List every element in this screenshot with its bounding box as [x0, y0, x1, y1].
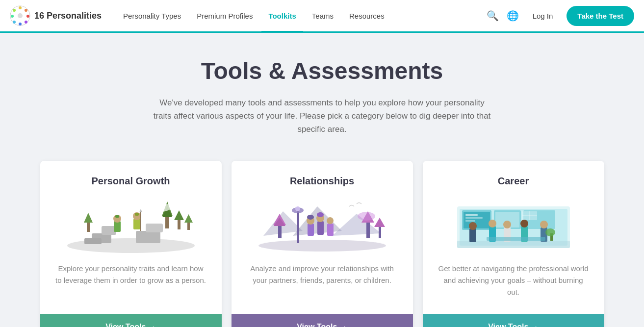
card-personal-growth-title: Personal Growth	[91, 176, 170, 187]
svg-rect-83	[487, 237, 545, 241]
svg-rect-27	[115, 215, 119, 218]
globe-icon[interactable]: 🌐	[507, 10, 519, 22]
page-title: Tools & Assessments	[10, 57, 634, 84]
card-personal-growth: Personal Growth	[40, 161, 222, 327]
svg-rect-30	[135, 213, 139, 216]
cards-container: Personal Growth	[28, 161, 617, 327]
svg-point-7	[11, 15, 14, 18]
relationships-illustration	[254, 197, 391, 253]
logo-icon	[10, 5, 30, 26]
svg-point-52	[307, 215, 314, 220]
svg-rect-50	[308, 224, 314, 236]
svg-marker-24	[84, 213, 93, 223]
svg-rect-40	[297, 211, 299, 243]
svg-rect-28	[133, 219, 140, 229]
svg-rect-67	[465, 217, 483, 219]
svg-point-85	[545, 228, 555, 236]
personal-growth-illustration	[62, 197, 200, 253]
svg-point-35	[183, 208, 197, 214]
svg-point-9	[18, 13, 23, 18]
card-career-desc: Get better at navigating the professiona…	[438, 263, 590, 302]
svg-point-74	[469, 222, 477, 230]
svg-point-55	[317, 212, 324, 217]
svg-point-1	[19, 6, 22, 9]
svg-point-4	[25, 21, 27, 24]
card-career: Career	[423, 161, 604, 327]
nav-right: 🔍 🌐 Log In Take the Test	[487, 6, 634, 26]
personal-growth-svg	[62, 197, 200, 253]
svg-point-57	[327, 217, 334, 224]
card-career-title: Career	[498, 176, 529, 187]
take-test-button[interactable]: Take the Test	[567, 6, 634, 26]
svg-rect-53	[317, 221, 324, 235]
svg-rect-14	[136, 231, 160, 243]
career-view-tools-button[interactable]: View Tools →	[423, 314, 604, 327]
svg-marker-49	[374, 218, 385, 227]
svg-point-61	[371, 204, 386, 210]
svg-point-76	[489, 220, 496, 227]
svg-rect-15	[146, 224, 163, 232]
relationships-svg	[254, 197, 391, 253]
svg-rect-25	[114, 221, 121, 232]
svg-point-39	[258, 240, 386, 252]
svg-point-78	[503, 221, 511, 228]
svg-rect-19	[178, 219, 180, 229]
nav-premium-profiles[interactable]: Premium Profiles	[190, 1, 259, 32]
card-relationships-desc: Analyze and improve your relationships w…	[246, 263, 398, 302]
svg-point-59	[273, 201, 293, 209]
nav-links: Personality Types Premium Profiles Toolk…	[116, 1, 487, 31]
card-relationships-title: Relationships	[290, 176, 354, 187]
svg-point-8	[13, 9, 16, 12]
svg-point-33	[98, 206, 115, 214]
navbar: 16 Personalities Personality Types Premi…	[0, 0, 644, 33]
card-relationships: Relationships	[232, 161, 413, 327]
svg-rect-46	[366, 221, 370, 238]
svg-point-80	[520, 220, 528, 227]
svg-point-34	[150, 203, 171, 212]
relationships-view-tools-button[interactable]: View Tools →	[232, 314, 413, 327]
svg-rect-66	[465, 214, 478, 216]
main-content: Tools & Assessments We've developed many…	[0, 33, 644, 327]
svg-point-58	[358, 212, 375, 221]
career-svg	[445, 197, 582, 253]
card-personal-growth-desc: Explore your personality traits and lear…	[55, 263, 207, 302]
page-subtitle: We've developed many tools and assessmen…	[151, 96, 494, 136]
personal-growth-view-tools-button[interactable]: View Tools →	[40, 314, 222, 327]
svg-point-82	[540, 221, 548, 228]
svg-point-2	[25, 9, 27, 12]
nav-personality-types[interactable]: Personality Types	[116, 1, 188, 32]
svg-point-6	[13, 21, 16, 24]
svg-point-42	[295, 206, 300, 211]
svg-rect-23	[87, 221, 90, 232]
svg-rect-73	[469, 228, 476, 242]
svg-point-5	[19, 23, 22, 25]
svg-rect-48	[379, 226, 381, 238]
logo-link[interactable]: 16 Personalities	[10, 5, 102, 26]
career-illustration	[445, 197, 582, 253]
svg-rect-56	[327, 224, 334, 236]
svg-marker-32	[139, 209, 142, 212]
svg-marker-22	[184, 214, 193, 223]
svg-rect-68	[465, 220, 475, 222]
nav-teams[interactable]: Teams	[305, 1, 340, 32]
search-icon[interactable]: 🔍	[487, 10, 499, 22]
nav-toolkits[interactable]: Toolkits	[261, 1, 303, 32]
svg-rect-13	[84, 238, 102, 244]
svg-point-60	[339, 198, 364, 207]
login-link[interactable]: Log In	[527, 8, 559, 24]
svg-marker-20	[174, 210, 184, 220]
logo-text: 16 Personalities	[34, 11, 102, 21]
nav-resources[interactable]: Resources	[342, 1, 391, 32]
svg-point-3	[26, 15, 29, 18]
